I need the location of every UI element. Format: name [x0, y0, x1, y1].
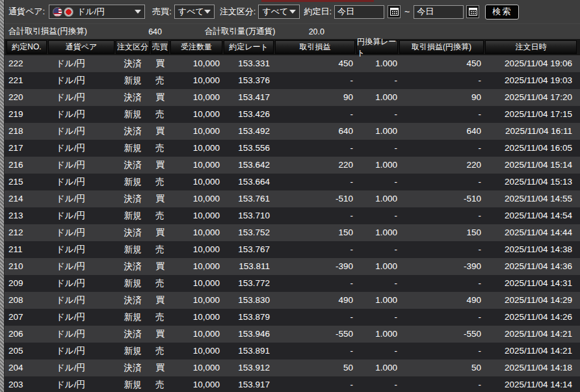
table-cell: 1.000: [356, 190, 398, 207]
column-header[interactable]: 取引損益(円換算): [399, 40, 484, 54]
table-cell: 1.000: [356, 326, 398, 343]
table-cell: -: [399, 275, 484, 292]
table-cell: 153.376: [224, 72, 274, 89]
table-row[interactable]: 207ドル/円新規売10,000153.879---2025/11/04 14:…: [5, 309, 580, 326]
table-row[interactable]: 221ドル/円新規売10,000153.376---2025/11/04 19:…: [5, 72, 580, 89]
trade-date-label: 約定日:: [304, 6, 332, 18]
table-row[interactable]: 215ドル/円新規売10,000153.664---2025/11/04 15:…: [5, 174, 580, 190]
table-cell: 217: [7, 140, 47, 157]
table-cell: -: [399, 140, 484, 157]
table-cell: 211: [7, 241, 47, 258]
side-value: すべて: [178, 6, 204, 18]
table-cell: 買: [151, 89, 169, 106]
table-cell: -: [275, 376, 355, 392]
table-cell: ドル/円: [48, 174, 114, 190]
table-cell: 新規: [116, 140, 150, 157]
column-header[interactable]: 売買: [151, 40, 169, 54]
table-cell: -510: [399, 190, 484, 207]
table-cell: 新規: [116, 376, 150, 392]
table-row[interactable]: 211ドル/円新規売10,000153.767---2025/11/04 14:…: [5, 241, 580, 258]
table-cell: 1.000: [356, 157, 398, 174]
date-to-input[interactable]: 今日: [414, 5, 464, 19]
table-row[interactable]: 222ドル/円決済買10,000153.3314501.0004502025/1…: [5, 55, 580, 72]
table-row[interactable]: 205ドル/円新規売10,000153.891---2025/11/04 14:…: [5, 343, 580, 359]
date-from-input[interactable]: 今日: [334, 5, 384, 19]
table-row[interactable]: 208ドル/円決済買10,000153.8304901.0004902025/1…: [5, 292, 580, 309]
table-cell: ドル/円: [48, 241, 114, 258]
table-cell: -: [399, 376, 484, 392]
chevron-down-icon: [135, 10, 141, 14]
table-cell: 153.642: [224, 157, 274, 174]
table-row[interactable]: 209ドル/円新規売10,000153.772---2025/11/04 14:…: [5, 275, 580, 292]
top-window-accent: [261, 0, 374, 2]
table-cell: 新規: [116, 207, 150, 224]
table-row[interactable]: 218ドル/円決済買10,000153.4926401.0006402025/1…: [5, 123, 580, 140]
table-row[interactable]: 213ドル/円新規売10,000153.710---2025/11/04 14:…: [5, 207, 580, 224]
table-cell: 2025/11/04 14:55: [485, 190, 577, 207]
table-row[interactable]: 217ドル/円新規売10,000153.556---2025/11/04 16:…: [5, 140, 580, 157]
column-header[interactable]: 通貨ペア: [48, 40, 114, 54]
table-cell: -: [275, 174, 355, 190]
table-cell: 214: [7, 190, 47, 207]
table-row[interactable]: 212ドル/円決済買10,000153.7521501.0001502025/1…: [5, 224, 580, 241]
column-header[interactable]: 注文日時: [485, 40, 577, 54]
table-row[interactable]: 210ドル/円決済買10,000153.811-3901.000-3902025…: [5, 258, 580, 275]
table-cell: 新規: [116, 72, 150, 89]
order-type-select[interactable]: すべて: [258, 5, 300, 19]
table-cell: 1.000: [356, 224, 398, 241]
table-cell: 640: [275, 123, 355, 140]
table-cell: 220: [7, 89, 47, 106]
search-button[interactable]: 検索: [485, 5, 519, 20]
column-header[interactable]: 円換算レート: [356, 40, 398, 54]
table-cell: -: [275, 72, 355, 89]
column-header[interactable]: 約定NO.: [7, 40, 47, 54]
table-cell: 2025/11/04 14:38: [485, 241, 577, 258]
table-cell: -: [275, 241, 355, 258]
table-cell: ドル/円: [48, 292, 114, 309]
table-cell: 10,000: [170, 292, 222, 309]
table-cell: 207: [7, 309, 47, 326]
table-cell: 153.761: [224, 190, 274, 207]
table-cell: ドル/円: [48, 157, 114, 174]
table-cell: ドル/円: [48, 258, 114, 275]
table-cell: ドル/円: [48, 275, 114, 292]
column-header[interactable]: 受注数量: [170, 40, 222, 54]
table-cell: 153.331: [224, 55, 274, 72]
table-cell: 153.767: [224, 241, 274, 258]
column-header[interactable]: 取引損益: [275, 40, 355, 54]
table-cell: 218: [7, 123, 47, 140]
table-cell: -: [356, 275, 398, 292]
side-select[interactable]: すべて: [174, 5, 215, 19]
table-cell: 決済: [116, 157, 150, 174]
table-cell: 決済: [116, 359, 150, 376]
column-header[interactable]: 注文区分: [116, 40, 150, 54]
table-cell: 新規: [116, 241, 150, 258]
table-cell: 153.912: [224, 359, 274, 376]
table-cell: 221: [7, 72, 47, 89]
date-to-calendar-button[interactable]: [466, 5, 479, 18]
table-row[interactable]: 204ドル/円決済買10,000153.912501.000502025/11/…: [5, 359, 580, 376]
table-cell: -: [356, 241, 398, 258]
table-cell: 新規: [116, 309, 150, 326]
table-row[interactable]: 214ドル/円決済買10,000153.761-5101.000-5102025…: [5, 190, 580, 207]
column-header[interactable]: 約定レート: [224, 40, 274, 54]
table-cell: -: [275, 207, 355, 224]
table-cell: 買: [151, 123, 169, 140]
table-cell: 2025/11/04 16:11: [485, 123, 577, 140]
table-cell: ドル/円: [48, 89, 114, 106]
table-row[interactable]: 216ドル/円決済買10,000153.6422201.0002202025/1…: [5, 157, 580, 174]
table-cell: 10,000: [170, 174, 222, 190]
table-cell: 150: [275, 224, 355, 241]
table-row[interactable]: 206ドル/円決済買10,000153.946-5501.000-5502025…: [5, 326, 580, 343]
table-cell: 10,000: [170, 224, 222, 241]
currency-pair-select[interactable]: ドル/円: [49, 5, 145, 19]
table-cell: 10,000: [170, 123, 222, 140]
table-cell: 売: [151, 72, 169, 89]
window-resize-edge[interactable]: [0, 0, 5, 392]
table-cell: 153.492: [224, 123, 274, 140]
table-cell: ドル/円: [48, 123, 114, 140]
date-from-calendar-button[interactable]: [388, 5, 401, 18]
table-row[interactable]: 219ドル/円新規売10,000153.426---2025/11/04 17:…: [5, 106, 580, 123]
table-row[interactable]: 203ドル/円新規売10,000153.917---2025/11/04 14:…: [5, 376, 580, 392]
table-row[interactable]: 220ドル/円決済買10,000153.417901.000902025/11/…: [5, 89, 580, 106]
